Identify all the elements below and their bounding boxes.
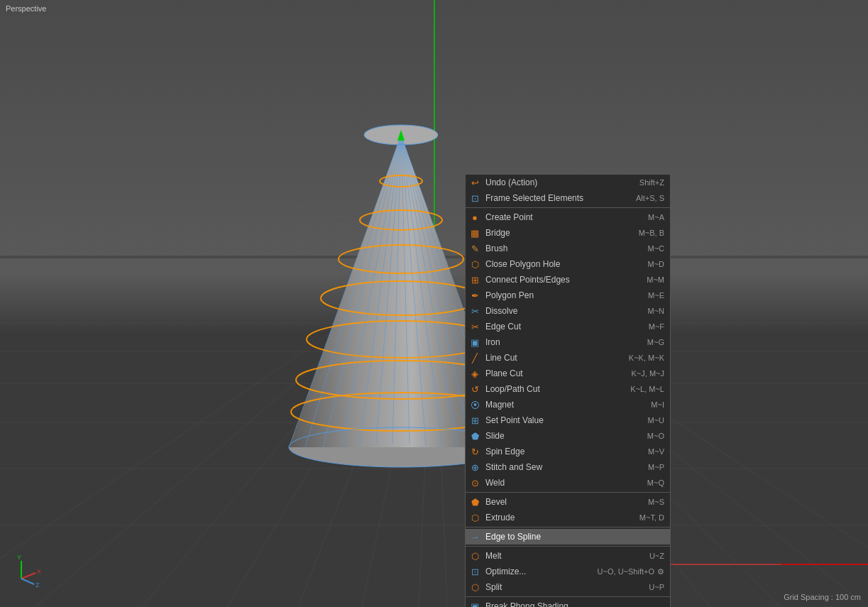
break-phong-icon: ▣ bbox=[468, 600, 481, 607]
menu-label-plane-cut: Plane Cut bbox=[485, 368, 625, 378]
menu-shortcut-line-cut: K~K, M~K bbox=[629, 354, 664, 362]
undo-icon: ↩ bbox=[468, 176, 481, 189]
split-icon: ⬡ bbox=[468, 581, 481, 594]
menu-shortcut-magnet: M~I bbox=[651, 400, 664, 409]
svg-text:X: X bbox=[37, 568, 41, 575]
menu-item-plane-cut[interactable]: ◈Plane CutK~J, M~J bbox=[466, 366, 670, 381]
menu-item-polygon-pen[interactable]: ✒Polygon PenM~E bbox=[466, 288, 670, 303]
menu-label-line-cut: Line Cut bbox=[485, 353, 622, 363]
bevel-icon: ⬟ bbox=[468, 496, 481, 508]
melt-icon: ⬡ bbox=[468, 549, 481, 562]
menu-label-brush: Brush bbox=[485, 244, 640, 253]
optimize-icon: ⊡ bbox=[468, 565, 481, 578]
menu-item-iron[interactable]: ▣IronM~G bbox=[466, 334, 670, 350]
stitch-and-sew-icon: ⊕ bbox=[468, 461, 481, 474]
slide-icon: ⬟ bbox=[468, 430, 481, 442]
weld-icon: ⊙ bbox=[468, 476, 481, 489]
menu-label-connect-points: Connect Points/Edges bbox=[485, 275, 639, 285]
menu-shortcut-split: U~P bbox=[649, 583, 664, 591]
menu-label-split: Split bbox=[485, 582, 642, 592]
menu-shortcut-spin-edge: M~V bbox=[648, 447, 664, 456]
set-point-value-icon: ⊞ bbox=[468, 414, 481, 427]
menu-label-polygon-pen: Polygon Pen bbox=[485, 290, 641, 300]
menu-item-edge-cut[interactable]: ✂Edge CutM~F bbox=[466, 319, 670, 334]
bridge-icon: ▦ bbox=[468, 226, 481, 239]
menu-item-melt[interactable]: ⬡MeltU~Z bbox=[466, 548, 670, 564]
svg-text:Z: Z bbox=[35, 581, 40, 589]
menu-item-extrude[interactable]: ⬡ExtrudeM~T, D bbox=[466, 510, 670, 525]
menu-label-stitch-and-sew: Stitch and Sew bbox=[485, 462, 641, 472]
menu-separator bbox=[466, 527, 670, 527]
iron-icon: ▣ bbox=[468, 336, 481, 349]
menu-item-line-cut[interactable]: ╱Line CutK~K, M~K bbox=[466, 350, 670, 366]
menu-item-weld[interactable]: ⊙WeldM~Q bbox=[466, 475, 670, 491]
menu-shortcut-melt: U~Z bbox=[649, 552, 664, 560]
menu-label-optimize: Optimize... bbox=[485, 567, 590, 576]
menu-item-slide[interactable]: ⬟SlideM~O bbox=[466, 428, 670, 444]
menu-shortcut-close-polygon-hole: M~D bbox=[647, 260, 664, 268]
menu-shortcut-edge-cut: M~F bbox=[649, 322, 664, 331]
line-cut-icon: ╱ bbox=[468, 351, 481, 364]
menu-item-split[interactable]: ⬡SplitU~P bbox=[466, 579, 670, 595]
menu-item-break-phong[interactable]: ▣Break Phong Shading bbox=[466, 598, 670, 607]
menu-label-close-polygon-hole: Close Polygon Hole bbox=[485, 259, 640, 269]
menu-label-edge-cut: Edge Cut bbox=[485, 322, 642, 332]
brush-icon: ✎ bbox=[468, 242, 481, 255]
menu-label-spin-edge: Spin Edge bbox=[485, 447, 641, 456]
menu-item-spin-edge[interactable]: ↻Spin EdgeM~V bbox=[466, 444, 670, 459]
plane-cut-icon: ◈ bbox=[468, 367, 481, 380]
menu-label-break-phong: Break Phong Shading bbox=[485, 601, 657, 607]
menu-shortcut-polygon-pen: M~E bbox=[648, 291, 664, 300]
menu-item-edge-to-spline[interactable]: →Edge to Spline bbox=[466, 529, 670, 545]
gear-icon-optimize[interactable]: ⚙ bbox=[657, 567, 664, 576]
menu-shortcut-frame-selected: Alt+S, S bbox=[636, 194, 664, 202]
menu-shortcut-iron: M~G bbox=[647, 338, 664, 346]
create-point-icon: ● bbox=[468, 211, 481, 224]
menu-separator bbox=[466, 546, 670, 547]
menu-item-loop-path-cut[interactable]: ↺Loop/Path CutK~L, M~L bbox=[466, 381, 670, 397]
polygon-pen-icon: ✒ bbox=[468, 289, 481, 302]
spin-edge-icon: ↻ bbox=[468, 445, 481, 458]
connect-points-icon: ⊞ bbox=[468, 273, 481, 286]
menu-label-dissolve: Dissolve bbox=[485, 306, 640, 316]
close-polygon-hole-icon: ⬡ bbox=[468, 258, 481, 270]
menu-item-connect-points[interactable]: ⊞Connect Points/EdgesM~M bbox=[466, 272, 670, 288]
menu-shortcut-create-point: M~A bbox=[648, 213, 664, 222]
context-menu: ↩Undo (Action)Shift+Z⊡Frame Selected Ele… bbox=[465, 174, 671, 607]
menu-shortcut-plane-cut: K~J, M~J bbox=[632, 369, 664, 378]
menu-shortcut-extrude: M~T, D bbox=[639, 513, 664, 522]
menu-label-frame-selected: Frame Selected Elements bbox=[485, 193, 629, 203]
menu-shortcut-undo: Shift+Z bbox=[639, 178, 664, 187]
svg-text:Y: Y bbox=[17, 554, 21, 561]
extrude-icon: ⬡ bbox=[468, 511, 481, 524]
menu-label-melt: Melt bbox=[485, 551, 642, 561]
menu-item-magnet[interactable]: ⦿MagnetM~I bbox=[466, 397, 670, 412]
menu-item-brush[interactable]: ✎BrushM~C bbox=[466, 241, 670, 256]
menu-label-bevel: Bevel bbox=[485, 497, 641, 507]
viewport[interactable]: X Z Y Perspective Grid Spacing : 100 cm bbox=[0, 0, 868, 607]
grid-spacing-label: Grid Spacing : 100 cm bbox=[784, 593, 861, 601]
menu-label-bridge: Bridge bbox=[485, 228, 632, 238]
menu-item-stitch-and-sew[interactable]: ⊕Stitch and SewM~P bbox=[466, 459, 670, 475]
menu-label-edge-to-spline: Edge to Spline bbox=[485, 532, 657, 542]
edge-cut-icon: ✂ bbox=[468, 320, 481, 333]
perspective-label: Perspective bbox=[6, 4, 46, 13]
menu-item-create-point[interactable]: ●Create PointM~A bbox=[466, 209, 670, 225]
edge-to-spline-icon: → bbox=[468, 530, 481, 543]
menu-item-dissolve[interactable]: ✂DissolveM~N bbox=[466, 303, 670, 319]
magnet-icon: ⦿ bbox=[468, 398, 481, 411]
menu-item-close-polygon-hole[interactable]: ⬡Close Polygon HoleM~D bbox=[466, 256, 670, 272]
dissolve-icon: ✂ bbox=[468, 305, 481, 317]
menu-shortcut-bridge: M~B, B bbox=[639, 229, 664, 237]
menu-item-bridge[interactable]: ▦BridgeM~B, B bbox=[466, 225, 670, 241]
menu-item-undo[interactable]: ↩Undo (Action)Shift+Z bbox=[466, 175, 670, 190]
menu-item-frame-selected[interactable]: ⊡Frame Selected ElementsAlt+S, S bbox=[466, 190, 670, 206]
menu-item-set-point-value[interactable]: ⊞Set Point ValueM~U bbox=[466, 412, 670, 428]
menu-shortcut-bevel: M~S bbox=[648, 498, 664, 506]
menu-label-undo: Undo (Action) bbox=[485, 177, 632, 187]
menu-label-weld: Weld bbox=[485, 478, 640, 488]
menu-shortcut-weld: M~Q bbox=[647, 479, 664, 487]
menu-shortcut-stitch-and-sew: M~P bbox=[648, 463, 664, 471]
menu-item-bevel[interactable]: ⬟BevelM~S bbox=[466, 494, 670, 510]
menu-item-optimize[interactable]: ⊡Optimize...U~O, U~Shift+O⚙ bbox=[466, 564, 670, 579]
